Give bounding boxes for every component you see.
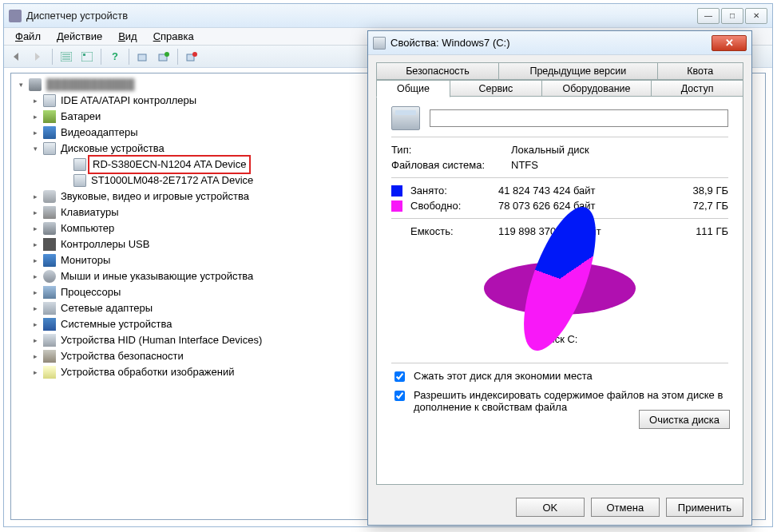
- device-category-icon: [43, 190, 56, 203]
- tree-node-label: Мыши и иные указывающие устройства: [61, 268, 253, 284]
- cancel-button[interactable]: Отмена: [591, 498, 660, 517]
- expand-collapse-icon[interactable]: ▸: [27, 109, 43, 125]
- index-checkbox[interactable]: [394, 391, 405, 401]
- menu-file[interactable]: Файл: [9, 29, 47, 44]
- separator: [391, 177, 728, 178]
- menu-view[interactable]: Вид: [112, 29, 144, 44]
- expand-collapse-icon[interactable]: ▸: [27, 332, 43, 348]
- menu-action[interactable]: Действие: [50, 29, 109, 44]
- menu-help[interactable]: Справка: [147, 29, 200, 44]
- expand-collapse-icon[interactable]: ▸: [27, 268, 43, 284]
- toolbar-properties-button[interactable]: [78, 48, 96, 66]
- toolbar-update-button[interactable]: [155, 48, 172, 66]
- tree-node-label: Звуковые, видео и игровые устройства: [61, 189, 249, 204]
- svg-point-10: [192, 52, 197, 57]
- device-category-icon: [43, 270, 56, 283]
- expand-collapse-icon[interactable]: ▸: [27, 220, 43, 236]
- tab-hardware[interactable]: Оборудование: [542, 80, 652, 97]
- toolbar-back-button[interactable]: [9, 48, 26, 66]
- tab-general[interactable]: Общие: [376, 80, 450, 97]
- expand-collapse-icon[interactable]: ▸: [27, 348, 43, 364]
- device-category-icon: [29, 78, 42, 91]
- close-button[interactable]: ✕: [745, 8, 767, 24]
- expand-collapse-icon[interactable]: ▸: [27, 364, 43, 380]
- device-category-icon: [43, 318, 56, 331]
- capacity-label: Емкость:: [410, 225, 498, 237]
- usage-pie-chart: [391, 240, 728, 328]
- maximize-button[interactable]: □: [721, 8, 743, 24]
- dm-titlebar[interactable]: Диспетчер устройств — □ ✕: [4, 4, 772, 28]
- compress-checkbox-row[interactable]: Сжать этот диск для экономии места: [391, 370, 728, 384]
- used-size: 38,9 ГБ: [680, 185, 728, 197]
- tree-node-label: Сетевые адаптеры: [61, 300, 153, 316]
- tab-panel-general: Тип: Локальный диск Файловая система: NT…: [376, 96, 743, 485]
- toolbar-scan-button[interactable]: [134, 48, 152, 66]
- tree-node-label: Батареи: [61, 109, 101, 125]
- toolbar-help-button[interactable]: ?: [106, 48, 124, 66]
- tree-node-label: ST1000LM048-2E7172 ATA Device: [91, 173, 253, 189]
- tab-row-back: Безопасность Предыдущие версии Квота: [376, 62, 743, 79]
- expand-collapse-icon[interactable]: ▾: [27, 141, 43, 157]
- dialog-buttons: OK Отмена Применить: [368, 498, 743, 517]
- disk-cleanup-button[interactable]: Очистка диска: [639, 410, 730, 429]
- tab-sharing[interactable]: Доступ: [652, 80, 743, 97]
- expand-collapse-icon[interactable]: ▸: [27, 204, 43, 220]
- expand-collapse-icon[interactable]: ▸: [27, 300, 43, 316]
- tab-security[interactable]: Безопасность: [376, 62, 499, 80]
- toolbar-separator: [129, 49, 129, 65]
- toolbar-separator: [101, 49, 101, 65]
- expand-collapse-icon[interactable]: ▸: [27, 93, 43, 109]
- tree-node-label: RD-S380ECN-N1204 ATA Device: [93, 158, 246, 170]
- prop-titlebar[interactable]: Свойства: Windows7 (C:) ✕: [368, 31, 751, 55]
- free-size: 72,7 ГБ: [680, 200, 728, 212]
- drive-icon: [373, 37, 386, 50]
- tab-tools[interactable]: Сервис: [450, 80, 542, 97]
- expand-collapse-icon[interactable]: ▸: [27, 236, 43, 252]
- tree-node-label: Дисковые устройства: [61, 141, 165, 157]
- apply-button[interactable]: Применить: [666, 498, 743, 517]
- toolbar-forward-button[interactable]: [30, 48, 47, 66]
- tree-node-label: IDE ATA/ATAPI контроллеры: [61, 93, 196, 109]
- filesystem-label: Файловая система:: [391, 159, 511, 171]
- tree-node-label: Устройства безопасности: [61, 348, 184, 364]
- compress-checkbox[interactable]: [394, 371, 405, 382]
- ok-button[interactable]: OK: [516, 498, 585, 517]
- used-swatch-icon: [391, 185, 402, 197]
- drive-large-icon: [391, 106, 420, 130]
- expand-collapse-icon[interactable]: ▸: [27, 189, 43, 204]
- device-category-icon: [43, 366, 56, 379]
- drive-name-input[interactable]: [430, 109, 728, 127]
- tree-node-label: Компьютер: [61, 220, 114, 236]
- toolbar-detail-button[interactable]: [57, 48, 75, 66]
- device-category-icon: [43, 334, 56, 347]
- expand-collapse-icon[interactable]: ▸: [27, 284, 43, 300]
- expand-collapse-icon[interactable]: ▸: [27, 252, 43, 268]
- device-category-icon: [43, 302, 56, 315]
- prop-title: Свойства: Windows7 (C:): [390, 37, 712, 49]
- device-category-icon: [43, 286, 56, 299]
- minimize-button[interactable]: —: [697, 8, 720, 24]
- separator: [391, 218, 728, 219]
- svg-rect-6: [138, 54, 146, 61]
- free-swatch-icon: [391, 200, 402, 212]
- tree-node-label: Системные устройства: [61, 316, 172, 332]
- expand-collapse-icon[interactable]: ▸: [27, 125, 43, 141]
- device-category-icon: [43, 142, 56, 155]
- svg-rect-5: [83, 54, 85, 56]
- separator: [391, 363, 728, 363]
- expand-collapse-icon[interactable]: ▾: [13, 77, 29, 93]
- tab-row-front: Общие Сервис Оборудование Доступ: [376, 79, 743, 97]
- type-value: Локальный диск: [511, 144, 728, 156]
- separator: [391, 137, 728, 137]
- svg-rect-4: [81, 52, 93, 62]
- used-bytes: 41 824 743 424 байт: [498, 185, 680, 197]
- tab-quota[interactable]: Квота: [658, 62, 743, 80]
- expand-collapse-icon[interactable]: ▸: [27, 316, 43, 332]
- tab-previous-versions[interactable]: Предыдущие версии: [499, 62, 658, 80]
- close-button[interactable]: ✕: [712, 35, 747, 51]
- tree-node-label: Процессоры: [61, 284, 121, 300]
- svg-point-8: [165, 52, 169, 57]
- toolbar-uninstall-button[interactable]: [183, 48, 200, 66]
- used-label: Занято:: [410, 185, 498, 197]
- device-category-icon: [73, 174, 86, 187]
